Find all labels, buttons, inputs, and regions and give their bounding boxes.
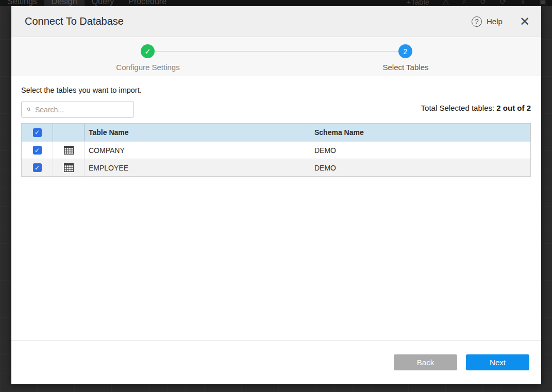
search-icon [27,106,31,113]
tab-settings[interactable]: Settings [0,0,44,6]
table-row[interactable]: ✓ EMPLOYEE DEMO [22,159,530,176]
table-row[interactable]: ✓ COMPANY DEMO [22,141,530,159]
table-name-cell: EMPLOYEE [85,159,310,176]
table-name-cell: COMPANY [85,142,310,159]
row-checkbox[interactable]: ✓ [33,163,42,172]
tables-list: ✓ Table Name Schema Name ✓ [21,123,531,177]
close-icon[interactable]: ✕ [520,16,530,27]
camera-icon[interactable]: ▣ [540,0,547,6]
table-name-column-header: Table Name [85,124,310,141]
next-button[interactable]: Next [466,354,529,370]
step-2-label: Select Tables [383,63,429,72]
icon-column-header [53,124,85,141]
schema-name-cell: DEMO [310,142,530,159]
refresh-icon[interactable]: ⟳ [500,0,507,6]
dialog-body: Select the tables you want to import. To… [11,76,541,340]
select-all-checkbox[interactable]: ✓ [33,128,42,137]
back-button[interactable]: Back [394,354,457,370]
dialog-footer: Back Next [11,340,541,384]
undo-icon[interactable]: ↺ [480,0,487,6]
step-1-label: Configure Settings [116,63,179,72]
zoom-icon[interactable]: ⌕ [462,0,466,6]
dialog-title: Connect To Database [25,15,124,27]
row-checkbox[interactable]: ✓ [33,146,42,155]
export-icon[interactable]: ⇩ [520,0,526,6]
total-selected-summary: Total Selected tables: 2 out of 2 [421,104,531,112]
table-grid-icon [64,146,74,155]
total-selected-value: 2 out of 2 [496,104,531,112]
table-header-row: ✓ Table Name Schema Name [22,123,530,141]
help-icon[interactable]: ? [472,16,482,27]
triangle-icon[interactable]: △ [443,0,449,6]
total-selected-label: Total Selected tables: [421,104,497,112]
add-table-button[interactable]: +Table [407,0,430,6]
tab-design[interactable]: Design [44,0,85,6]
instruction-text: Select the tables you want to import. [21,86,531,94]
search-box [21,101,134,118]
table-grid-icon [64,163,74,172]
schema-name-column-header: Schema Name [310,124,530,141]
step-2-indicator: 2 [398,44,412,58]
stepper-connector [155,51,399,52]
schema-name-cell: DEMO [310,159,530,176]
search-input[interactable] [35,106,128,114]
connect-to-database-dialog: Connect To Database ? Help ✕ ✓ 2 Configu… [11,6,541,384]
step-1-complete-icon: ✓ [141,44,155,58]
wizard-stepper: ✓ 2 Configure Settings Select Tables [11,37,541,76]
app-toolbar: Settings Design Query Procedure +Table △… [0,0,552,6]
tab-query[interactable]: Query [85,0,122,6]
help-button[interactable]: Help [487,17,503,26]
tab-procedure[interactable]: Procedure [121,0,174,6]
dialog-header: Connect To Database ? Help ✕ [11,6,541,37]
